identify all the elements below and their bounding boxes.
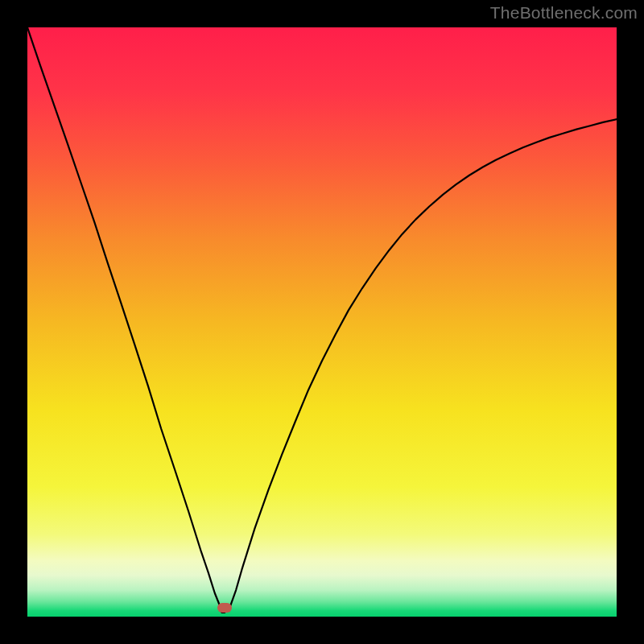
svg-rect-0	[27, 27, 617, 617]
plot-area	[27, 27, 617, 617]
chart-frame: TheBottleneck.com	[0, 0, 644, 644]
background-gradient	[27, 27, 617, 617]
watermark-text: TheBottleneck.com	[490, 3, 638, 23]
